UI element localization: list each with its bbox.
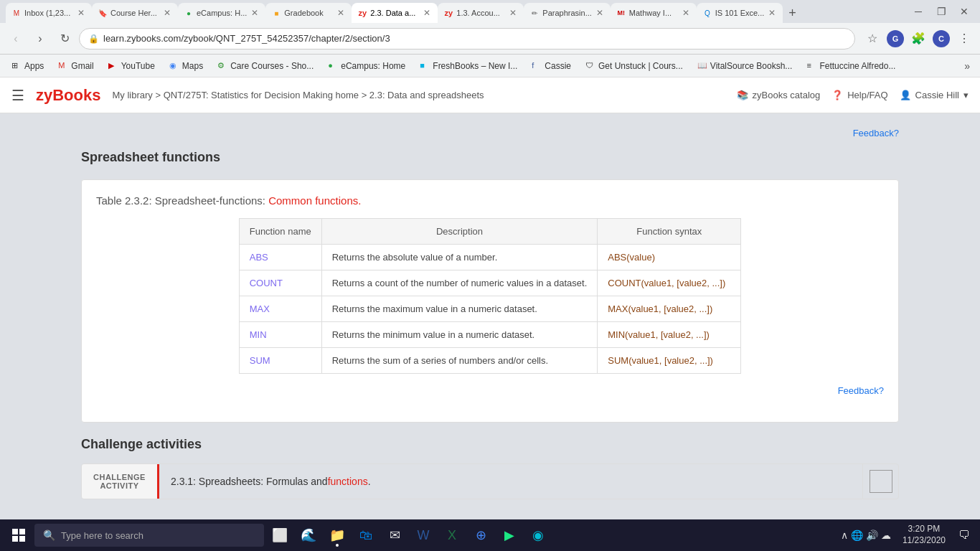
tab-gradebook[interactable]: ■ Gradebook ✕ <box>265 3 352 23</box>
taskbar-hulu-button[interactable]: ▶ <box>496 522 522 548</box>
ecampus-favicon: ● <box>184 8 194 18</box>
bookmark-gmail[interactable]: M Gmail <box>52 60 99 72</box>
network-icon[interactable]: 🌐 <box>851 529 863 541</box>
bookmarks-more-button[interactable]: » <box>960 59 974 73</box>
taskbar-explorer-button[interactable]: 📁 <box>324 522 350 548</box>
profile-button[interactable]: C <box>931 29 951 49</box>
apps-favicon: ⊞ <box>11 61 22 71</box>
feedback-link-top[interactable]: Feedback? <box>81 128 899 138</box>
menu-button[interactable]: ⋮ <box>954 29 974 49</box>
reload-button[interactable]: ↻ <box>55 29 75 49</box>
bookmark-youtube[interactable]: ▶ YouTube <box>103 60 161 72</box>
hamburger-menu-button[interactable]: ☰ <box>11 87 24 104</box>
taskbar-clock[interactable]: 3:20 PM 11/23/2020 <box>897 524 951 546</box>
tab-ecampus[interactable]: ● eCampus: H... ✕ <box>178 3 265 23</box>
is101-favicon: Q <box>702 8 712 18</box>
address-bar[interactable]: 🔒 learn.zybooks.com/zybook/QNT_275T_5425… <box>79 28 855 50</box>
tab-course[interactable]: 🔖 Course Her... ✕ <box>92 3 178 23</box>
tab-close-gradebook[interactable]: ✕ <box>336 7 346 19</box>
bookmark-get-unstuck[interactable]: 🛡 Get Unstuck | Cours... <box>580 60 689 72</box>
bookmark-star-button[interactable]: ☆ <box>862 29 882 49</box>
taskbar-right: ∧ 🌐 🔊 ☁ 3:20 PM 11/23/2020 🗨 <box>838 524 974 546</box>
bookmark-cassie[interactable]: f Cassie <box>526 60 577 72</box>
tab-close-zy-active[interactable]: ✕ <box>422 7 432 19</box>
minimize-button[interactable]: ─ <box>908 1 928 22</box>
challenge-text-link: functions <box>328 476 368 487</box>
tab-label: eCampus: H... <box>197 9 247 17</box>
taskbar-word-button[interactable]: W <box>410 522 436 548</box>
challenge-item: CHALLENGE ACTIVITY 2.3.1: Spreadsheets: … <box>81 463 899 499</box>
care-courses-bk-favicon: ⚙ <box>217 61 227 71</box>
table-row: MINReturns the minimum value in a numeri… <box>239 322 741 348</box>
tab-is101[interactable]: Q IS 101 Exce... ✕ <box>697 3 783 23</box>
bookmark-label: Care Courses - Sho... <box>230 61 314 71</box>
forward-button[interactable]: › <box>30 29 50 49</box>
tab-para[interactable]: ✏ Paraphrasin... ✕ <box>524 3 610 23</box>
bookmark-fettuccine[interactable]: ≡ Fettuccine Alfredo... <box>801 60 901 72</box>
notification-icon: 🗨 <box>958 529 970 542</box>
taskbar-edge-button[interactable]: 🌊 <box>296 522 321 548</box>
bookmark-freshbooks[interactable]: ■ FreshBooks – New I... <box>414 60 523 72</box>
tab-gmail[interactable]: M Inbox (1,23... ✕ <box>6 3 92 23</box>
tab-close-gmail[interactable]: ✕ <box>76 7 86 19</box>
tab-zy2[interactable]: zy 1.3. Accou... ✕ <box>438 3 524 23</box>
close-button[interactable]: ✕ <box>954 1 974 22</box>
feedback-link-bottom[interactable]: Feedback? <box>96 385 884 396</box>
google-account-button[interactable]: G <box>885 29 905 49</box>
zybooks-catalog-button[interactable]: 📚 zyBooks catalog <box>737 90 821 100</box>
bookmark-care-courses[interactable]: ⚙ Care Courses - Sho... <box>212 60 319 72</box>
bookmarks-bar: ⊞ Apps M Gmail ▶ YouTube ◉ Maps ⚙ Care C… <box>0 55 980 77</box>
content-area: Feedback? Spreadsheet functions Table 2.… <box>0 113 980 519</box>
address-bar-row: ‹ › ↻ 🔒 learn.zybooks.com/zybook/QNT_275… <box>0 23 980 55</box>
taskbar-store-button[interactable]: 🛍 <box>353 522 379 548</box>
user-icon: 👤 <box>900 90 911 100</box>
description-cell: Returns the minimum value in a numeric d… <box>321 322 598 348</box>
taskbar-search-icon: 🔍 <box>43 529 55 541</box>
taskbar-search-text: Type here to search <box>61 530 143 541</box>
bookmark-maps[interactable]: ◉ Maps <box>164 60 209 72</box>
maximize-button[interactable]: ❐ <box>931 1 951 22</box>
challenge-content[interactable]: 2.3.1: Spreadsheets: Formulas and functi… <box>159 464 862 499</box>
new-tab-button[interactable]: + <box>783 3 806 23</box>
taskbar-chrome-button[interactable]: ⊕ <box>468 522 494 548</box>
onedrive-icon[interactable]: ☁ <box>881 529 891 541</box>
challenge-icon-area <box>862 464 898 499</box>
get-unstuck-bk-favicon: 🛡 <box>585 61 595 71</box>
challenge-label-bottom: ACTIVITY <box>100 481 138 490</box>
table-label: Table 2.3.2: Spreadsheet-functions: <box>96 194 265 207</box>
tab-close-is101[interactable]: ✕ <box>767 7 777 19</box>
tab-label: 2.3. Data a... <box>370 9 419 17</box>
bookmark-vitalsource[interactable]: 📖 VitalSource Booksh... <box>692 60 798 72</box>
taskbar-task-view-button[interactable]: ⬜ <box>267 522 293 548</box>
tab-mathway[interactable]: M! Mathway I... ✕ <box>611 3 697 23</box>
bookmark-label: Fettuccine Alfredo... <box>819 61 895 71</box>
function-name-cell: SUM <box>239 348 321 374</box>
spreadsheet-functions-title: Spreadsheet functions <box>81 150 899 165</box>
table-row: COUNTReturns a count of the number of nu… <box>239 270 741 296</box>
taskbar-search-bar[interactable]: 🔍 Type here to search <box>34 524 264 547</box>
tab-close-course[interactable]: ✕ <box>162 7 172 19</box>
bookmark-apps[interactable]: ⊞ Apps <box>6 60 50 72</box>
help-faq-button[interactable]: ❓ Help/FAQ <box>831 90 887 100</box>
taskbar-unknown-button[interactable]: ◉ <box>525 522 551 548</box>
taskbar-mail-button[interactable]: ✉ <box>382 522 407 548</box>
taskbar-excel-button[interactable]: X <box>439 522 465 548</box>
user-menu-button[interactable]: 👤 Cassie Hill ▾ <box>900 90 969 100</box>
notification-button[interactable]: 🗨 <box>954 525 974 545</box>
chevron-up-icon[interactable]: ∧ <box>841 529 848 541</box>
bookmark-label: VitalSource Booksh... <box>710 61 793 71</box>
bookmark-label: YouTube <box>121 61 155 71</box>
breadcrumb: My library > QNT/275T: Statistics for De… <box>112 90 725 100</box>
tab-close-zy2[interactable]: ✕ <box>508 7 518 19</box>
extensions-button[interactable]: 🧩 <box>908 29 928 49</box>
word-icon: W <box>418 528 430 543</box>
tab-close-para[interactable]: ✕ <box>595 7 605 19</box>
tab-close-mathway[interactable]: ✕ <box>681 7 691 19</box>
main-content: Feedback? Spreadsheet functions Table 2.… <box>60 113 920 514</box>
tab-zy-active[interactable]: zy 2.3. Data a... ✕ <box>352 3 438 23</box>
start-button[interactable] <box>6 522 32 548</box>
tab-close-ecampus[interactable]: ✕ <box>250 7 260 19</box>
back-button[interactable]: ‹ <box>6 29 26 49</box>
volume-icon[interactable]: 🔊 <box>866 529 878 541</box>
bookmark-ecampus[interactable]: ● eCampus: Home <box>322 60 411 72</box>
